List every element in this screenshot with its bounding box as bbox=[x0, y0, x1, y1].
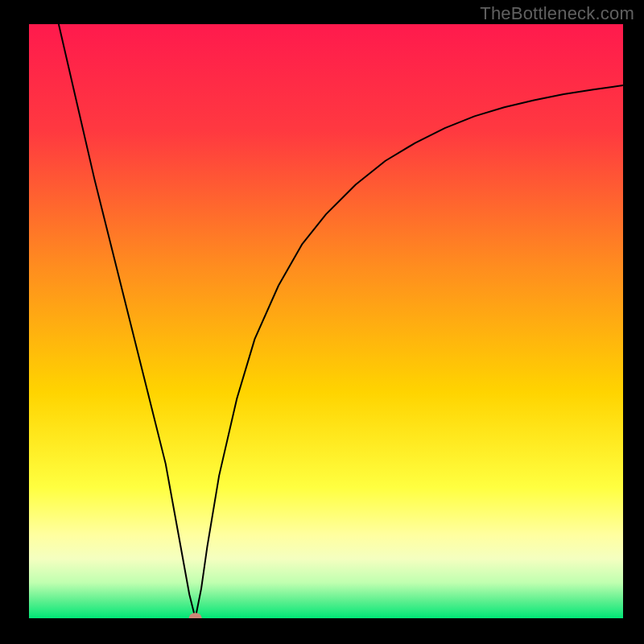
chart-container: TheBottleneck.com bbox=[0, 0, 644, 644]
curve-layer bbox=[29, 24, 623, 618]
bottleneck-curve bbox=[59, 24, 623, 618]
minimum-marker bbox=[189, 613, 202, 618]
plot-region bbox=[29, 24, 623, 618]
watermark-text: TheBottleneck.com bbox=[480, 3, 634, 24]
